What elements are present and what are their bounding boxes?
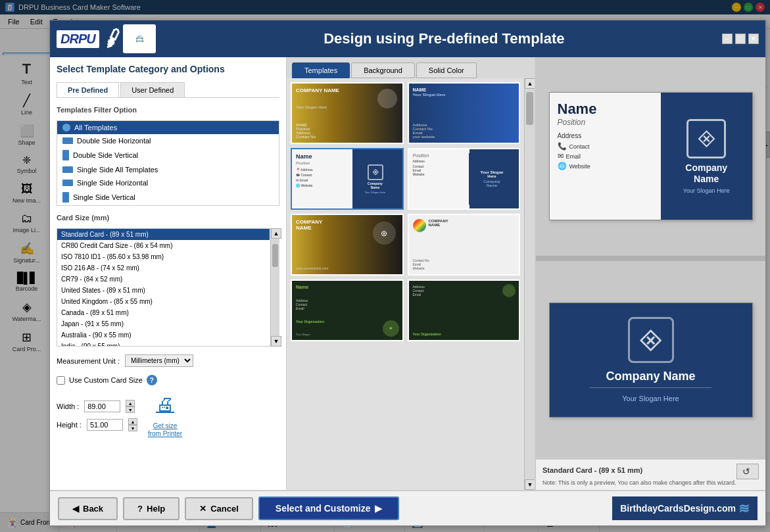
size-japan[interactable]: Japan - (91 x 55 mm) [57, 318, 270, 329]
back-label: Back [83, 504, 103, 514]
dialog-title: Design using Pre-defined Template [172, 30, 717, 47]
footer-brand: BirthdayCardsDesign.com ≋ [612, 496, 758, 520]
width-row: Width : ▲ ▼ [57, 400, 137, 413]
size-iso216[interactable]: ISO 216 A8 - (74 x 52 mm) [57, 262, 270, 274]
template-card-8[interactable]: AddressContactEmail Your Organization [408, 279, 521, 341]
scroll-down[interactable]: ▼ [271, 336, 281, 347]
size-scrollbar[interactable]: ▲ ▼ [270, 228, 279, 347]
size-iso7810[interactable]: ISO 7810 ID1 - (85.60 x 53.98 mm) [57, 251, 270, 262]
preview-panel: Name Position Address 📞 Contact [535, 57, 765, 490]
select-label: Select and Customize [276, 503, 371, 514]
drpu-logo-area: DRPU 📇 🖌 [57, 24, 156, 53]
help-icon[interactable]: ? [147, 375, 157, 385]
template-card-3[interactable]: Name Position 📍 Address ☎ Contact ✉ Emai… [291, 148, 404, 210]
preview-back-area: ⊞ Company Name Your Slogan Here [536, 261, 765, 460]
panel-title: Select Template Category and Options [57, 64, 279, 74]
height-label: Height : [57, 421, 82, 429]
size-cr80[interactable]: CR80 Credit Card Size - (86 x 54 mm) [57, 240, 270, 251]
template-grid: COMPANY NAME Your Slogan Here NAMEPositi… [287, 78, 524, 490]
height-input[interactable] [87, 419, 123, 431]
height-up[interactable]: ▲ [128, 418, 137, 425]
dialog-close-btn[interactable]: ✕ [748, 34, 759, 44]
width-label: Width : [57, 402, 79, 410]
filter-all-templates[interactable]: All Templates [57, 121, 279, 134]
measurement-select[interactable]: Millimeters (mm) Inches Pixels [125, 354, 193, 367]
drpu-graphic: 📇 🖌 [103, 24, 156, 53]
filter-single-horiz[interactable]: Single Side Horizontal [57, 176, 279, 189]
filter-single-vert[interactable]: Single Side Vertical [57, 189, 279, 205]
width-up[interactable]: ▲ [126, 400, 135, 406]
left-tabs: Pre Defined User Defined [57, 82, 279, 98]
preview-card-front: Name Position Address 📞 Contact [549, 92, 753, 220]
height-spinner: ▲ ▼ [128, 418, 137, 431]
filter-single-all-icon [62, 166, 73, 173]
tab-user-defined-left[interactable]: User Defined [120, 82, 185, 97]
filter-single-horiz-icon [62, 180, 73, 186]
filter-list: All Templates Double Side Horizontal Dou… [57, 120, 279, 206]
card-size-label: Card Size (mm) [57, 214, 279, 222]
tmpl-scroll-up[interactable]: ▲ [525, 78, 535, 89]
size-uk[interactable]: United Kingdom - (85 x 55 mm) [57, 296, 270, 307]
select-customize-button[interactable]: Select and Customize ▶ [258, 496, 399, 520]
preview-size-label: Standard Card - (89 x 51 mm) [542, 466, 642, 474]
width-input[interactable] [84, 400, 120, 412]
dialog-maximize-btn[interactable]: □ [735, 34, 746, 44]
dialog-footer: ◀ Back ? Help ✕ Cancel Select and Custom… [50, 490, 765, 525]
width-spinner: ▲ ▼ [126, 400, 135, 413]
grid-container: COMPANY NAME Your Slogan Here NAMEPositi… [287, 78, 535, 490]
tab-predefined[interactable]: Pre Defined [57, 82, 119, 97]
template-scrollbar[interactable]: ▲ ▼ [524, 78, 535, 490]
cancel-button[interactable]: ✕ Cancel [185, 497, 253, 520]
help-label: Help [147, 504, 165, 514]
dialog-content-area: Select Template Category and Options Pre… [50, 57, 765, 490]
reset-button[interactable]: ↺ [736, 464, 759, 479]
card-size-list[interactable]: Standard Card - (89 x 51 mm) CR80 Credit… [57, 228, 279, 347]
preview-back-logo: ⊞ [628, 317, 674, 363]
filter-double-vert[interactable]: Double Side Vertical [57, 147, 279, 163]
preview-name: Name [558, 101, 653, 118]
dialog-title-bar: DRPU 📇 🖌 Design using Pre-defined Templa… [50, 20, 765, 57]
dialog-minimize-btn[interactable]: ─ [722, 34, 733, 44]
dialog-controls: ─ □ ✕ [722, 34, 759, 44]
preview-contacts: 📞 Contact ✉ Email 🌐 We [558, 142, 653, 170]
tab-background[interactable]: Background [351, 62, 415, 78]
tmpl-scroll-thumb [526, 92, 533, 125]
measure-label: Measurement Unit : [57, 357, 120, 365]
main-dialog: DRPU 📇 🖌 Design using Pre-defined Templa… [49, 20, 766, 526]
template-card-7[interactable]: Name AddressContactEmail ✦ Your Organiza… [291, 279, 404, 341]
template-card-6[interactable]: COMPANYNAME Contact No.EmailWebsite [408, 214, 521, 276]
preview-back-company: Company Name [606, 370, 695, 383]
template-card-4[interactable]: Position Address ContactEmailWebsite You… [408, 148, 521, 210]
size-india[interactable]: India - (90 x 55 mm) [57, 341, 270, 347]
filter-all-icon [62, 124, 70, 132]
tab-solid-color[interactable]: Solid Color [416, 62, 477, 78]
printer-label: Get sizefrom Printer [148, 422, 182, 438]
brand-text: BirthdayCardsDesign.com [620, 503, 736, 514]
filter-double-horiz[interactable]: Double Side Horizontal [57, 134, 279, 147]
preview-info: Standard Card - (89 x 51 mm) ↺ Note: Thi… [536, 459, 765, 490]
preview-logo: ⊞ [686, 119, 726, 158]
width-down[interactable]: ▼ [126, 406, 135, 413]
tmpl-scroll-down[interactable]: ▼ [525, 479, 535, 490]
size-us[interactable]: United States - (89 x 51 mm) [57, 285, 270, 296]
help-button[interactable]: ? Help [123, 497, 180, 520]
height-down[interactable]: ▼ [128, 425, 137, 431]
cancel-label: Cancel [210, 504, 239, 514]
template-card-2[interactable]: NAMEYour Slogan Here AddressContact No.E… [408, 82, 521, 144]
card-size-container: Standard Card - (89 x 51 mm) CR80 Credit… [57, 228, 279, 347]
preview-slogan-front: Your Slogan Here [683, 187, 730, 194]
template-card-1[interactable]: COMPANY NAME Your Slogan Here NAMEPositi… [291, 82, 404, 144]
size-cr79[interactable]: CR79 - (84 x 52 mm) [57, 274, 270, 285]
templates-area: Templates Background Solid Color COMPANY… [287, 57, 535, 490]
size-canada[interactable]: Canada - (89 x 51 mm) [57, 307, 270, 318]
tab-templates[interactable]: Templates [292, 62, 350, 78]
size-australia[interactable]: Australia - (90 x 55 mm) [57, 329, 270, 341]
template-card-5[interactable]: COMPANYNAME ⊛ www.yourwebsite.com [291, 214, 404, 276]
size-standard[interactable]: Standard Card - (89 x 51 mm) [57, 229, 270, 240]
printer-link[interactable]: 🖨 Get sizefrom Printer [148, 393, 182, 438]
custom-size-checkbox[interactable] [57, 376, 65, 385]
filter-double-horiz-icon [62, 137, 73, 144]
scroll-up[interactable]: ▲ [271, 228, 281, 239]
filter-single-all[interactable]: Single Side All Templates [57, 163, 279, 176]
back-button[interactable]: ◀ Back [58, 497, 118, 520]
